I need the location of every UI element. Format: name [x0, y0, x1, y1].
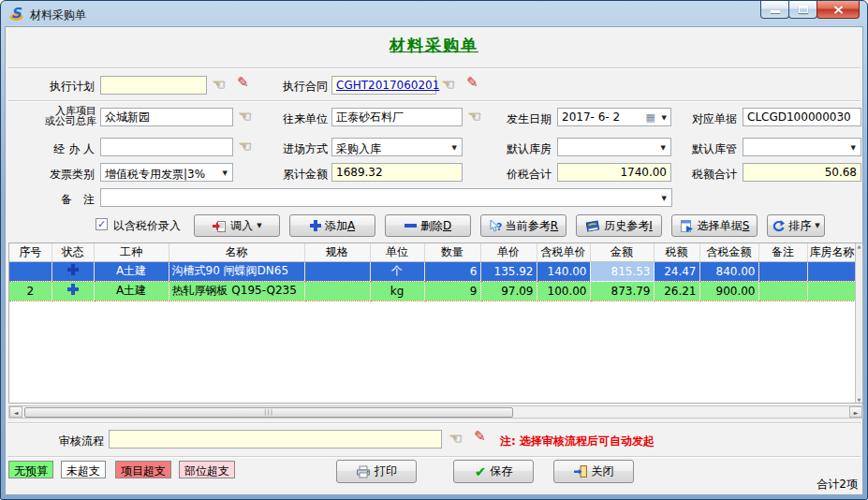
separator — [7, 67, 861, 69]
project-picker-hand-icon[interactable]: ☜ — [238, 109, 251, 124]
history-reference-button[interactable]: 历史参考I — [576, 214, 662, 237]
cell-worktype[interactable]: A土建 — [94, 261, 169, 281]
cell-amount-active[interactable]: 815.53 — [590, 261, 654, 281]
cell-amount-with-tax[interactable]: 900.00 — [699, 281, 758, 301]
cell-warehouse[interactable] — [807, 281, 857, 301]
cell-worktype[interactable]: A土建 — [94, 281, 169, 301]
maximize-button[interactable] — [788, 1, 817, 19]
page-title: 材料采购单 — [1, 35, 867, 56]
cell-unit[interactable]: kg — [370, 281, 424, 301]
calendar-icon[interactable]: ▦ — [646, 111, 655, 124]
exec-contract-link[interactable]: CGHT2017060201 — [336, 79, 439, 92]
sort-button[interactable]: 排序 ▼ — [767, 214, 825, 237]
remark-combo[interactable]: ▼ — [100, 188, 672, 207]
scrollbar-thumb[interactable]: ||| — [24, 407, 513, 418]
close-button[interactable] — [817, 1, 860, 19]
entry-mode-select[interactable]: 采购入库 ▼ — [331, 138, 463, 156]
save-button[interactable]: ✔ 保存 — [453, 460, 534, 483]
scroll-left-button[interactable]: ◄ — [9, 406, 22, 418]
default-warehouse-label: 默认库房 — [495, 141, 552, 157]
counterparty-input[interactable] — [331, 108, 463, 126]
delete-row-button[interactable]: 删除D — [385, 214, 471, 237]
cell-tax[interactable]: 24.47 — [654, 261, 699, 281]
date-field[interactable]: 2017- 6- 2 ▦ ▼ — [557, 108, 671, 126]
cell-qty[interactable]: 9 — [424, 281, 480, 301]
cell-price[interactable]: 97.09 — [480, 281, 537, 301]
cell-seq[interactable] — [9, 261, 51, 281]
cell-remark[interactable] — [758, 281, 807, 301]
exec-contract-picker-hand-icon[interactable]: ☜ — [441, 77, 454, 92]
select-document-button[interactable]: 选择单据S — [671, 214, 758, 237]
exec-plan-picker-hand-icon[interactable]: ☜ — [212, 77, 225, 92]
cell-amount[interactable]: 873.79 — [590, 281, 654, 301]
window-title: 材料采购单 — [30, 7, 86, 23]
default-keeper-select[interactable]: ▼ — [743, 138, 861, 156]
legend-part-overspent: 部位超支 — [179, 461, 235, 478]
table-row-selected[interactable]: A土建 沟槽式90 闸蝶阀DN65 个 6 135.92 140.00 815.… — [9, 261, 857, 281]
default-warehouse-select[interactable]: ▼ — [557, 138, 671, 156]
cell-price[interactable]: 135.92 — [480, 261, 537, 281]
cell-remark[interactable] — [758, 261, 807, 281]
titlebar[interactable]: S 材料采购单 — [1, 1, 867, 26]
col-unit: 单位 — [370, 243, 424, 261]
accum-amount-input[interactable] — [331, 163, 463, 182]
scroll-up-icon[interactable]: ▲ — [858, 243, 861, 249]
vertical-scrollbar[interactable]: ▲ ▼ — [855, 243, 862, 403]
cell-spec[interactable] — [304, 261, 370, 281]
cell-status[interactable] — [51, 261, 94, 281]
horizontal-scrollbar[interactable]: ◄ ||| ► — [8, 405, 863, 419]
approval-flow-input[interactable] — [109, 430, 442, 449]
exec-contract-edit-pencil-icon[interactable]: ✎ — [466, 76, 478, 90]
doc-no-input[interactable] — [743, 108, 861, 126]
sort-refresh-icon — [772, 219, 785, 232]
close-form-button[interactable]: 关闭 — [553, 460, 634, 483]
cell-amount-with-tax[interactable]: 840.00 — [699, 261, 758, 281]
exec-plan-edit-pencil-icon[interactable]: ✎ — [237, 76, 249, 90]
svg-text:?: ? — [496, 221, 502, 233]
default-keeper-label: 默认库管 — [681, 141, 737, 157]
close-icon — [833, 6, 844, 14]
current-reference-button[interactable]: ? 当前参考R — [480, 214, 566, 237]
approval-edit-pencil-icon[interactable]: ✎ — [474, 430, 486, 444]
cell-name[interactable]: 沟槽式90 闸蝶阀DN65 — [169, 261, 304, 281]
cell-status[interactable] — [51, 281, 94, 301]
calendar-dropdown-arrow-icon[interactable]: ▼ — [662, 114, 667, 122]
items-table: 序号 状态 工种 名称 规格 单位 数量 单价 含税单价 金额 税额 含税金额 … — [9, 243, 858, 301]
separator — [7, 456, 861, 458]
print-button[interactable]: 打印 — [336, 460, 417, 483]
scroll-down-icon[interactable]: ▼ — [858, 397, 861, 403]
invoice-type-label: 发票类别 — [35, 167, 95, 183]
tax-entry-checkbox[interactable]: ✓ — [96, 218, 108, 230]
handler-input[interactable] — [100, 138, 233, 156]
minimize-button[interactable] — [760, 1, 789, 19]
table-row[interactable]: 2 A土建 热轧厚钢板 Q195-Q235 kg 9 97.09 100.00 … — [9, 281, 857, 301]
project-label: 入库项目 或公司总库 — [25, 106, 96, 126]
exec-contract-field[interactable]: CGHT2017060201 — [331, 76, 436, 95]
exit-door-icon — [574, 464, 588, 478]
cell-price-with-tax[interactable]: 100.00 — [537, 281, 590, 301]
handler-picker-hand-icon[interactable]: ☜ — [238, 139, 251, 154]
add-row-button[interactable]: 添加A — [289, 214, 375, 237]
scroll-right-button[interactable]: ► — [849, 406, 862, 418]
invoice-type-select[interactable]: 增值税专用发票|3% ▼ — [100, 163, 233, 182]
cell-tax[interactable]: 26.21 — [654, 281, 699, 301]
import-button[interactable]: 调入 ▼ — [194, 214, 280, 237]
counterparty-picker-hand-icon[interactable]: ☜ — [467, 109, 480, 124]
total-with-tax-input[interactable] — [557, 163, 671, 182]
plus-icon — [310, 220, 321, 231]
cell-spec[interactable] — [304, 281, 370, 301]
approval-picker-hand-icon[interactable]: ☜ — [449, 431, 462, 446]
col-status: 状态 — [51, 243, 94, 261]
cell-qty[interactable]: 6 — [424, 261, 480, 281]
svg-text:S: S — [11, 6, 22, 22]
col-tax: 税额 — [654, 243, 699, 261]
col-seq: 序号 — [9, 243, 51, 261]
cell-warehouse[interactable] — [807, 261, 857, 281]
project-input[interactable] — [100, 108, 233, 126]
cell-price-with-tax[interactable]: 140.00 — [537, 261, 590, 281]
cell-seq[interactable]: 2 — [9, 281, 51, 301]
tax-total-input[interactable] — [743, 163, 861, 182]
exec-plan-input[interactable] — [100, 76, 207, 95]
cell-unit[interactable]: 个 — [370, 261, 424, 281]
cell-name[interactable]: 热轧厚钢板 Q195-Q235 — [169, 281, 304, 301]
